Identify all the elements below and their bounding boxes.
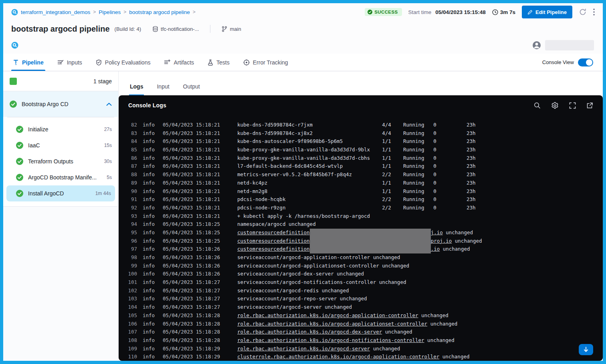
log-message: role.rbac.authorization.k8s.io/argocd-ap… [237, 320, 457, 328]
log-timestamp: 05/04/2023 15:18:21 [163, 129, 222, 138]
log-line-number: 95 [127, 229, 137, 237]
refresh-icon [579, 8, 587, 16]
log-line: 108info05/04/2023 15:18:28role.rbac.auth… [127, 336, 603, 345]
log-line-number: 87 [127, 162, 137, 171]
step-terraform-outputs[interactable]: Terraform Outputs 30s [3, 153, 118, 169]
log-message: customresourcedefinitionproj.io unchange… [237, 237, 482, 245]
log-text: netd-mn2g8 1/1 Running 0 23h [237, 188, 476, 194]
breadcrumb-separator: > [93, 9, 96, 15]
log-link[interactable]: role.rbac.authorization.k8s.io/argocd-ap… [237, 312, 418, 318]
log-line-number: 100 [127, 270, 137, 278]
step-install-argocd[interactable]: Install ArgoCD 1m 44s [6, 185, 115, 201]
chevron-up-icon[interactable] [106, 103, 112, 106]
success-check-icon [16, 126, 23, 133]
log-text: unchanged [443, 229, 473, 235]
log-line: 98info05/04/2023 15:18:26serviceaccount/… [127, 253, 603, 262]
log-text: kube-dns-7d5998784c-xj8x2 4/4 Running 0 … [237, 130, 476, 136]
open-external-icon[interactable] [586, 102, 593, 109]
redacted-text [310, 245, 431, 253]
log-line: 85info05/04/2023 15:18:21kube-proxy-gke-… [127, 146, 603, 154]
breadcrumb-pipeline-name[interactable]: bootstrap argocd pipeline [129, 9, 190, 15]
log-text: serviceaccount/argocd-redis unchanged [237, 288, 349, 294]
search-icon[interactable] [534, 102, 541, 109]
tab-artifacts[interactable]: Artifacts [164, 54, 194, 71]
log-link[interactable]: role.rbac.authorization.k8s.io/argocd-se… [237, 346, 370, 352]
log-level: info [143, 162, 156, 171]
log-line-number: 85 [127, 146, 137, 154]
log-line-number: 84 [127, 137, 137, 146]
main-tabbar: Pipeline Inputs Policy Evaluations Artif… [3, 54, 603, 71]
log-line-number: 88 [127, 171, 137, 179]
log-level: info [143, 270, 156, 278]
log-link[interactable]: customresourcedefinition [237, 238, 310, 244]
log-level: info [143, 262, 156, 270]
branch-chip[interactable]: main [222, 26, 241, 32]
log-timestamp: 05/04/2023 15:18:27 [163, 287, 222, 295]
log-text: unchanged [452, 238, 482, 244]
log-timestamp: 05/04/2023 15:18:21 [163, 146, 222, 154]
tab-input[interactable]: Input [156, 83, 170, 95]
breadcrumb-project[interactable]: terraform_integration_demos [21, 9, 90, 15]
log-timestamp: 05/04/2023 15:18:21 [163, 179, 222, 187]
log-link[interactable]: role.rbac.authorization.k8s.io/argocd-de… [237, 329, 382, 335]
console-view-label: Console View [542, 59, 574, 65]
log-level: info [143, 195, 156, 204]
log-line-number: 102 [127, 287, 137, 295]
log-link[interactable]: role.rbac.authorization.k8s.io/argocd-no… [237, 337, 424, 343]
tab-tests[interactable]: Tests [208, 54, 230, 71]
log-link[interactable]: customresourcedefinition [237, 229, 310, 235]
breadcrumb-separator: > [123, 9, 126, 15]
tab-inputs[interactable]: Inputs [57, 54, 82, 71]
step-argocd-bootstrap-manifest[interactable]: ArgoCD Bootstrap Manife... 5s [3, 169, 118, 185]
step-initialize[interactable]: Initialize 27s [3, 121, 118, 137]
tab-output[interactable]: Output [182, 83, 201, 95]
log-link[interactable]: clusterrole.rbac.authorization.k8s.io/ar… [237, 354, 439, 360]
more-options-button[interactable] [593, 8, 595, 16]
log-text: unchanged [440, 246, 470, 252]
scroll-to-bottom-button[interactable] [579, 344, 593, 355]
edit-pipeline-button[interactable]: Edit Pipeline [522, 6, 572, 18]
log-level: info [143, 328, 156, 336]
page-title: bootstrap argocd pipeline [11, 24, 110, 34]
log-message: kube-proxy-gke-vanilla-vanilla-da3d3d7d-… [237, 154, 476, 163]
refresh-button[interactable] [579, 8, 587, 16]
log-timestamp: 05/04/2023 15:18:21 [163, 195, 222, 204]
step-iaac[interactable]: IaaC 15s [3, 137, 118, 153]
log-timestamp: 05/04/2023 15:18:25 [163, 229, 222, 237]
fullscreen-icon[interactable] [569, 102, 576, 109]
console-log-list[interactable]: 82info05/04/2023 15:18:21kube-dns-7d5998… [119, 115, 603, 361]
log-text: unchanged [424, 337, 454, 343]
log-line-number: 82 [127, 121, 137, 129]
status-badge: SUCCESS [365, 8, 402, 16]
log-message: serviceaccount/argocd-application-contro… [237, 253, 400, 262]
console-view-toggle[interactable] [578, 58, 593, 66]
stage-status-square[interactable] [10, 78, 17, 85]
inputs-icon [57, 59, 64, 65]
log-text: netd-kc4pz 1/1 Running 0 23h [237, 180, 476, 186]
error-tracking-icon [243, 59, 250, 66]
log-link[interactable]: j.io [431, 229, 443, 235]
repo-chip[interactable]: tfc-notification-... [152, 26, 199, 32]
log-line: 89info05/04/2023 15:18:21netd-kc4pz 1/1 … [127, 179, 603, 187]
log-level: info [143, 229, 156, 237]
log-text: l7-default-backend-6dc845c45d-wtvlp 1/1 … [237, 163, 476, 169]
settings-gear-icon[interactable] [551, 102, 559, 109]
log-text: namespace/argocd unchanged [237, 221, 316, 227]
log-timestamp: 05/04/2023 15:18:27 [163, 278, 222, 287]
log-link[interactable]: proj.io [431, 238, 452, 244]
log-link[interactable]: .io [431, 246, 440, 252]
tab-policy-evaluations[interactable]: Policy Evaluations [96, 54, 151, 71]
avatar-icon[interactable] [532, 41, 541, 50]
log-text: serviceaccount/argocd-repo-server unchan… [237, 296, 367, 302]
tab-pipeline[interactable]: Pipeline [13, 54, 44, 71]
flask-icon [208, 59, 213, 66]
tab-error-tracking[interactable]: Error Tracking [243, 54, 288, 71]
duration: 3m 7s [492, 9, 515, 15]
tab-logs[interactable]: Logs [129, 83, 144, 95]
log-link[interactable]: customresourcedefinition [237, 246, 310, 252]
log-message: role.rbac.authorization.k8s.io/argocd-se… [237, 345, 400, 353]
git-branch-icon [222, 26, 227, 32]
stage-header-bootstrap-argo-cd[interactable]: Bootstrap Argo CD [3, 91, 118, 117]
log-link[interactable]: role.rbac.authorization.k8s.io/argocd-ap… [237, 321, 427, 327]
breadcrumb-pipelines[interactable]: Pipelines [99, 9, 121, 15]
